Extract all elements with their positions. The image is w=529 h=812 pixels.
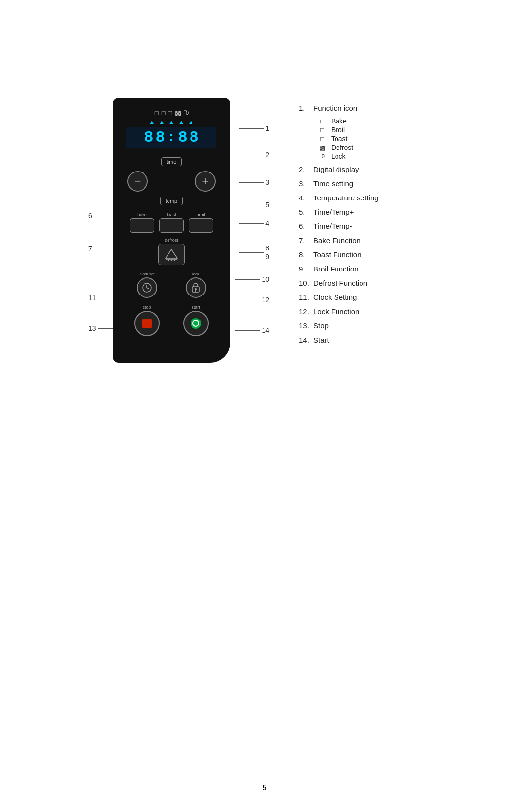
svg-marker-0 [166,249,177,258]
arrow-1: ▲ [149,119,155,125]
legend-text-7: Bake Function [313,235,361,246]
legend-num-6: 6. [299,221,313,231]
callout-7: 7 [88,245,111,253]
legend-lock-icon: ‾0 [317,153,327,159]
svg-point-2 [168,260,169,261]
svg-point-4 [174,260,175,261]
diagram-area: 6 7 11 13 [103,98,426,372]
callout-10-num: 10 [262,275,269,283]
legend-item-8: 8. Toast Function [299,249,426,260]
legend-text-2: Digital display [313,164,359,174]
legend-item-12: 12. Lock Function [299,306,426,317]
legend-sub-bake: □ Bake [317,117,426,125]
bake-function-button[interactable] [130,218,154,233]
stop-inner-icon [142,319,152,328]
legend-item-3: 3. Time setting [299,178,426,189]
legend-toast-icon: □ [317,135,327,143]
callout-2-num: 2 [265,151,269,159]
callout-11: 11 [88,294,113,302]
arrow-3: ▲ [168,119,174,125]
legend-text-4: Temperature setting [313,193,379,203]
page-content: 6 7 11 13 [0,0,529,421]
callout-1-num: 1 [265,124,269,132]
callout-12-num: 12 [262,296,269,304]
legend-num-5: 5. [299,207,313,217]
lock-svg-icon [191,282,201,294]
toast-label: toast [167,212,176,217]
legend-num-13: 13. [299,320,313,331]
digit-arrows: ▲ ▲ ▲ ▲ ▲ [126,119,216,125]
arrow-2: ▲ [159,119,165,125]
oven-panel: □ □ □ ▩ ‾0 ▲ ▲ ▲ ▲ ▲ [113,98,230,363]
callout-4-num: 4 [265,220,269,227]
temp-row: temp [160,197,183,205]
legend-defrost-icon: ▩ [317,144,327,151]
legend-num-7: 7. [299,235,313,246]
function-buttons-row: bake toast broil [122,212,220,233]
start-inner-icon [191,318,201,329]
legend-text-13: Stop [313,320,329,331]
callout-8: 8 9 [239,244,269,261]
legend-item-5: 5. Time/Temp+ [299,207,426,217]
broil-btn-wrapper: broil [189,212,213,233]
bake-label: bake [137,212,147,217]
start-ring [192,320,199,327]
page-number-text: 5 [263,784,267,792]
clock-set-button[interactable] [137,277,157,298]
clock-set-wrapper: clock set [137,272,157,298]
stop-button[interactable] [134,311,160,336]
legend-text-12: Lock Function [313,306,359,317]
legend-bake-icon: □ [317,118,327,125]
legend-item-9: 9. Broil Function [299,264,426,274]
digit-colon: : [167,131,176,145]
start-button[interactable] [183,311,209,336]
legend-item-7: 7. Bake Function [299,235,426,246]
display-section: □ □ □ ▩ ‾0 ▲ ▲ ▲ ▲ ▲ [122,106,220,152]
toast-icon: □ [168,109,172,117]
minus-button[interactable]: − [127,171,148,192]
callout-7-num: 7 [88,245,92,253]
callout-12: 12 [235,296,269,304]
svg-point-9 [195,288,197,290]
stop-label: stop [143,305,151,310]
legend-bake-label: Bake [331,117,347,125]
legend-num-12: 12. [299,306,313,317]
legend-toast-label: Toast [331,135,347,143]
legend-item-6: 6. Time/Temp- [299,221,426,231]
stop-wrapper: stop [134,305,160,336]
legend-item-1: 1. Function icon [299,103,426,113]
svg-line-7 [147,288,149,289]
broil-label: broil [196,212,205,217]
page-number: 5 [263,784,267,792]
arrow-5: ▲ [188,119,194,125]
legend-text-8: Toast Function [313,249,361,260]
callout-10: 10 [235,275,269,283]
broil-function-button[interactable] [189,218,213,233]
legend-broil-icon: □ [317,126,327,134]
callout-14: 14 [235,326,269,334]
temp-button[interactable]: temp [160,197,183,205]
svg-point-3 [171,260,172,261]
defrost-label: defrost [165,238,178,243]
callout-3-num: 3 [265,178,269,186]
legend-item-13: 13. Stop [299,320,426,331]
toast-function-button[interactable] [159,218,184,233]
toast-btn-wrapper: toast [159,212,184,233]
time-button[interactable]: time [161,157,182,166]
callout-11-num: 11 [88,294,96,302]
digit-3: 8 [178,130,187,146]
plus-button[interactable]: + [195,171,216,192]
legend-text-3: Time setting [313,178,353,189]
callout-14-num: 14 [262,326,269,334]
callout-9-num: 9 [265,253,269,261]
legend-num-3: 3. [299,178,313,189]
defrost-function-button[interactable] [158,244,185,265]
legend-lock-label: Lock [331,152,346,160]
start-label: start [192,305,200,310]
bake-icon: □ [155,109,159,117]
legend-num-9: 9. [299,264,313,274]
function-icons-row: □ □ □ ▩ ‾0 [126,109,216,117]
time-temp-row: time [122,157,220,166]
legend-num-14: 14. [299,335,313,345]
lock-function-button[interactable] [186,277,206,298]
